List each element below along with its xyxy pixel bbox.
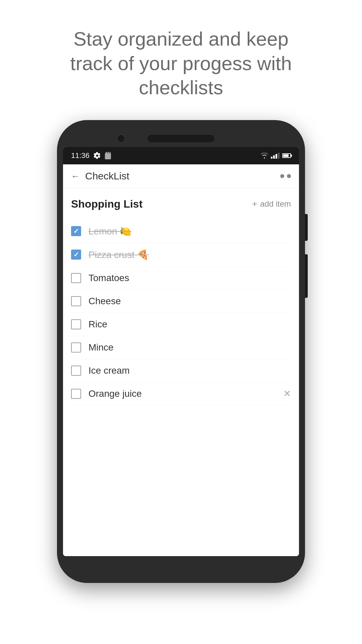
checkbox[interactable]: [71, 319, 81, 329]
item-label: Orange juice: [88, 388, 142, 399]
content-area: Shopping List + add item ✓Lemon 🍋✓Pizza …: [63, 189, 299, 556]
item-label: Cheese: [88, 296, 121, 307]
checkbox[interactable]: [71, 389, 81, 399]
list-item: Orange juice✕: [71, 382, 291, 406]
list-item: Tomatoes: [71, 267, 291, 290]
list-header: Shopping List + add item: [71, 198, 291, 210]
gear-icon: [94, 152, 101, 159]
wifi-icon: [261, 153, 268, 159]
status-icons-right: [261, 153, 291, 159]
item-label: Lemon 🍋: [88, 226, 131, 237]
checkbox[interactable]: [71, 296, 81, 306]
list-item: Cheese: [71, 290, 291, 313]
more-options-button[interactable]: [280, 174, 291, 178]
item-label: Tomatoes: [88, 273, 129, 283]
item-label: Rice: [88, 319, 107, 330]
add-item-label: add item: [260, 199, 291, 209]
list-item: Mince: [71, 336, 291, 359]
phone-button-right-2: [305, 254, 308, 298]
app-title: CheckList: [85, 170, 129, 182]
sd-card-icon: [105, 152, 111, 159]
checkmark-icon: ✓: [73, 228, 79, 234]
svg-rect-2: [108, 152, 109, 154]
battery-icon: [282, 153, 291, 158]
list-item: ✓Lemon 🍋: [71, 220, 291, 243]
list-item: ✓Pizza crust 🍕: [71, 243, 291, 267]
svg-rect-1: [106, 152, 107, 155]
phone-screen: 11:36: [63, 147, 299, 556]
tagline-text: Stay organized and keep track of your pr…: [60, 27, 302, 100]
app-bar: ← CheckList: [63, 164, 299, 189]
checkbox[interactable]: [71, 273, 81, 283]
checkmark-icon: ✓: [73, 251, 79, 258]
item-label: Ice cream: [88, 365, 130, 376]
signal-icon: [271, 153, 280, 159]
checklist: ✓Lemon 🍋✓Pizza crust 🍕TomatoesCheeseRice…: [71, 220, 291, 406]
list-title: Shopping List: [71, 198, 142, 210]
status-time: 11:36: [71, 151, 89, 160]
svg-rect-3: [110, 152, 111, 153]
list-item: Rice: [71, 313, 291, 336]
phone-speaker: [147, 135, 215, 142]
plus-icon: +: [252, 199, 257, 209]
phone-button-right-1: [305, 214, 308, 241]
status-bar: 11:36: [63, 147, 299, 164]
phone-mockup: 11:36: [57, 120, 305, 583]
checkbox[interactable]: ✓: [71, 250, 81, 260]
phone-camera: [117, 134, 125, 143]
phone-shell: 11:36: [57, 120, 305, 583]
delete-button[interactable]: ✕: [283, 388, 291, 399]
add-item-button[interactable]: + add item: [252, 199, 291, 209]
back-button[interactable]: ←: [71, 171, 80, 181]
checkbox[interactable]: [71, 342, 81, 353]
checkbox[interactable]: ✓: [71, 226, 81, 236]
item-label: Pizza crust 🍕: [88, 249, 149, 260]
checkbox[interactable]: [71, 366, 81, 376]
list-item: Ice cream: [71, 359, 291, 382]
item-label: Mince: [88, 342, 114, 353]
